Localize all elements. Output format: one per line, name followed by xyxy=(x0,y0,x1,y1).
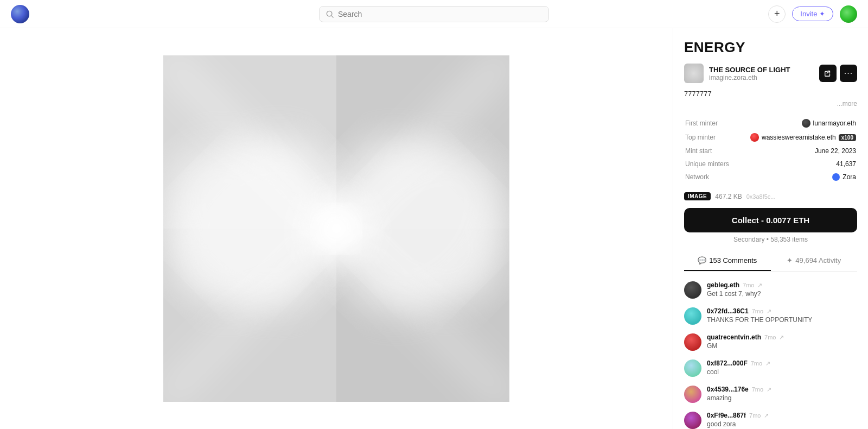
comment-avatar xyxy=(684,307,701,325)
mint-start-row: Mint start June 22, 2023 xyxy=(685,144,856,157)
comment-text: cool xyxy=(707,368,857,376)
more-options-button[interactable]: ··· xyxy=(840,65,857,82)
comment-time: 7mo xyxy=(751,360,762,367)
panel-title: ENERGY xyxy=(684,39,857,56)
top-minter-avatar xyxy=(750,133,759,142)
image-area xyxy=(0,28,673,429)
comment-header: 0xf872...000F 7mo ↗ xyxy=(707,359,857,367)
first-minter-avatar xyxy=(802,119,810,128)
artwork-svg xyxy=(163,55,509,402)
comment-author: quatrecentvin.eth xyxy=(707,333,761,341)
comments-list: gebleg.eth 7mo ↗ Get 1 cost 7, why? 0x72… xyxy=(684,272,857,429)
comment-body: quatrecentvin.eth 7mo ↗ GM xyxy=(707,333,857,351)
list-item: gebleg.eth 7mo ↗ Get 1 cost 7, why? xyxy=(684,277,857,303)
creator-row: THE SOURCE OF LIGHT imagine.zora.eth ··· xyxy=(684,64,857,83)
creator-handle: imagine.zora.eth xyxy=(709,74,814,81)
comment-author: 0xFf9e...867f xyxy=(707,412,746,419)
top-minter-row: Top minter wassieswereamistake.eth x100 xyxy=(685,130,856,144)
list-item: 0xFf9e...867f 7mo ↗ good zora xyxy=(684,407,857,429)
comment-link[interactable]: ↗ xyxy=(779,334,784,341)
comment-avatar xyxy=(684,359,701,377)
comment-author: gebleg.eth xyxy=(707,281,739,289)
comment-header: quatrecentvin.eth 7mo ↗ xyxy=(707,333,857,341)
main-content: ENERGY THE SOURCE OF LIGHT imagine.zora.… xyxy=(0,28,868,429)
logo-sphere[interactable] xyxy=(11,5,29,23)
comment-time: 7mo xyxy=(752,308,763,314)
creator-name: THE SOURCE OF LIGHT xyxy=(709,66,814,74)
mint-start-label: Mint start xyxy=(685,147,712,155)
comment-header: 0xFf9e...867f 7mo ↗ xyxy=(707,412,857,419)
network-value: Zora xyxy=(832,173,856,181)
comment-author: 0xf872...000F xyxy=(707,359,748,367)
comment-text: GM xyxy=(707,342,857,350)
first-minter-name: lunarmayor.eth xyxy=(813,119,856,127)
top-minter-badge: x100 xyxy=(839,134,856,141)
comment-body: 0xf872...000F 7mo ↗ cool xyxy=(707,359,857,377)
first-minter-value: lunarmayor.eth xyxy=(802,119,856,128)
tab-activity[interactable]: ✦ 49,694 Activity xyxy=(771,251,858,271)
unique-minters-value: 41,637 xyxy=(836,160,856,168)
comment-text: good zora xyxy=(707,420,857,428)
share-icon xyxy=(824,70,832,77)
comment-text: amazing xyxy=(707,394,857,402)
svg-line-1 xyxy=(331,15,334,17)
activity-tab-label: 49,694 Activity xyxy=(795,256,841,264)
comment-avatar xyxy=(684,386,701,403)
user-avatar[interactable] xyxy=(840,5,857,23)
comment-text: Get 1 cost 7, why? xyxy=(707,290,857,298)
meta-table: First minter lunarmayor.eth Top minter w… xyxy=(684,115,857,185)
more-link[interactable]: ...more xyxy=(684,100,857,108)
first-minter-row: First minter lunarmayor.eth xyxy=(685,116,856,130)
list-item: 0x4539...176e 7mo ↗ amazing xyxy=(684,381,857,407)
network-name: Zora xyxy=(843,173,856,181)
token-id: 7777777 xyxy=(684,90,857,98)
search-icon xyxy=(326,10,334,18)
comment-body: gebleg.eth 7mo ↗ Get 1 cost 7, why? xyxy=(707,281,857,299)
comment-tab-icon: 💬 xyxy=(698,256,706,264)
comment-link[interactable]: ↗ xyxy=(757,282,762,289)
comment-avatar xyxy=(684,333,701,351)
comment-link[interactable]: ↗ xyxy=(765,360,770,367)
artwork-container xyxy=(163,55,509,402)
secondary-info: Secondary • 58,353 items xyxy=(684,236,857,243)
nav-right: + Invite ✦ xyxy=(768,5,857,23)
comment-body: 0x72fd...36C1 7mo ↗ THANKS FOR THE OPPOR… xyxy=(707,307,857,325)
comment-link[interactable]: ↗ xyxy=(764,412,769,419)
right-panel: ENERGY THE SOURCE OF LIGHT imagine.zora.… xyxy=(673,28,868,429)
comment-avatar xyxy=(684,281,701,299)
mint-start-value: June 22, 2023 xyxy=(815,147,856,155)
comment-avatar xyxy=(684,412,701,429)
comment-tab-label: 153 Comments xyxy=(709,256,757,264)
comment-body: 0xFf9e...867f 7mo ↗ good zora xyxy=(707,412,857,429)
search-bar-wrap xyxy=(319,6,549,22)
comment-link[interactable]: ↗ xyxy=(767,308,771,315)
comment-text: THANKS FOR THE OPPORTUNITY xyxy=(707,316,857,324)
share-button[interactable] xyxy=(819,65,837,82)
file-size: 467.2 KB xyxy=(715,193,742,200)
comment-time: 7mo xyxy=(752,386,763,393)
comment-body: 0x4539...176e 7mo ↗ amazing xyxy=(707,386,857,403)
creator-thumb xyxy=(684,64,704,83)
comment-time: 7mo xyxy=(764,334,776,340)
creator-actions: ··· xyxy=(819,65,857,82)
top-minter-value: wassieswereamistake.eth x100 xyxy=(750,133,856,142)
collect-button[interactable]: Collect - 0.0077 ETH xyxy=(684,208,857,232)
comment-author: 0x4539...176e xyxy=(707,386,749,393)
list-item: 0x72fd...36C1 7mo ↗ THANKS FOR THE OPPOR… xyxy=(684,303,857,329)
comment-header: 0x4539...176e 7mo ↗ xyxy=(707,386,857,393)
comment-header: gebleg.eth 7mo ↗ xyxy=(707,281,857,289)
tab-comments[interactable]: 💬 153 Comments xyxy=(684,251,771,271)
network-row: Network Zora xyxy=(685,171,856,184)
list-item: quatrecentvin.eth 7mo ↗ GM xyxy=(684,329,857,355)
top-minter-name: wassieswereamistake.eth xyxy=(762,134,836,141)
comment-link[interactable]: ↗ xyxy=(767,386,771,393)
search-input[interactable] xyxy=(338,10,542,18)
unique-minters-row: Unique minters 41,637 xyxy=(685,157,856,171)
invite-button[interactable]: Invite ✦ xyxy=(792,7,833,21)
add-button[interactable]: + xyxy=(768,5,786,23)
file-hash: 0x3a8f5c... xyxy=(746,193,776,200)
zora-dot-icon xyxy=(832,173,840,181)
network-label: Network xyxy=(685,173,709,181)
file-type-badge: IMAGE xyxy=(684,192,711,200)
ellipsis-icon: ··· xyxy=(844,68,853,78)
